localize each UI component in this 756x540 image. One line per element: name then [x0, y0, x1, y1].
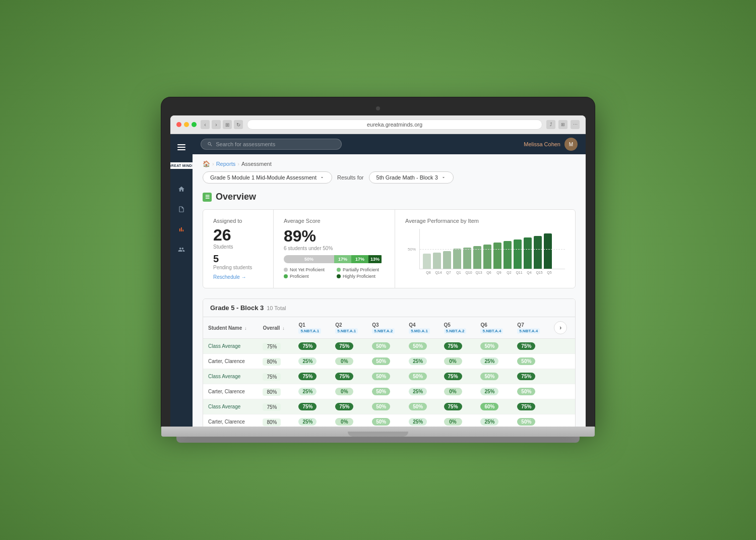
legend-partial: Partially Proficient [337, 267, 385, 272]
legend-dot-3 [337, 274, 341, 278]
maximize-dot[interactable] [192, 122, 197, 127]
sidebar-item-reports[interactable] [173, 201, 190, 217]
cell-score-q1: 25% [293, 384, 330, 399]
cell-score-q4: 25% [404, 354, 438, 369]
cell-score-q6: 50% [475, 339, 512, 354]
class-dropdown[interactable]: 5th Grade Math - Block 3 [369, 171, 454, 184]
cell-score-q2: 75% [330, 369, 367, 384]
overview-title: ☰ Overview [203, 192, 576, 202]
screen-bezel: ‹ › ⊞ ↻ eureka.greatminds.org ⤴ ⊞ ⋯ [161, 97, 595, 427]
cell-score-q5: 0% [439, 384, 476, 399]
table-body: Class Average75%75%75%50%50%75%50%75%Car… [203, 339, 575, 427]
next-questions-btn[interactable]: › [554, 321, 567, 334]
bookmark-button[interactable]: ⊞ [558, 120, 568, 129]
sidebar: GREAT MINDS [170, 134, 193, 427]
cell-score-q2: 0% [330, 384, 367, 399]
cell-score-q7: 50% [512, 384, 549, 399]
search-icon [207, 141, 213, 147]
col-q3: Q3 5.NBT.A.2 [367, 317, 404, 339]
legend-dot-0 [284, 268, 288, 272]
chart-bar-q6 [483, 245, 491, 269]
close-dot[interactable] [176, 122, 181, 127]
table-row[interactable]: Class Average75%75%75%50%50%75%60%75% [203, 399, 575, 414]
col-next[interactable]: › [549, 317, 575, 339]
col-q7: Q7 5.NBT.A.4 [512, 317, 549, 339]
cell-score-q3: 50% [367, 414, 404, 427]
chart-label-q11: Q11 [515, 271, 523, 274]
main-content: Melissa Cohen M 🏠 › Reports › Assessment [193, 134, 586, 427]
sidebar-item-home[interactable] [173, 181, 190, 197]
breadcrumb-home[interactable]: 🏠 [203, 160, 210, 167]
sort-arrow-student: ↓ [244, 326, 247, 331]
share-button[interactable]: ⤴ [546, 120, 555, 129]
cell-score-q1: 75% [293, 399, 330, 414]
reschedule-link[interactable]: Reschedule → [213, 274, 263, 280]
chart-label-q9: Q9 [495, 271, 503, 274]
breadcrumb-assessment: Assessment [241, 161, 272, 167]
table-row[interactable]: Carter, Clarence80%25%0%50%25%0%25%50% [203, 384, 575, 399]
legend-not-proficient: Not Yet Proficient [284, 267, 332, 272]
cell-empty [549, 354, 575, 369]
tab-button[interactable]: ⊞ [223, 120, 232, 129]
menu-button[interactable]: ⋯ [571, 120, 580, 129]
cell-score-q4: 50% [404, 399, 438, 414]
assigned-label: Assigned to [213, 218, 263, 224]
assigned-card: Assigned to 26 Students 5 Pending studen… [203, 210, 274, 288]
url-bar[interactable]: eureka.greatminds.org [247, 119, 542, 130]
cell-score-q7: 75% [512, 339, 549, 354]
forward-button[interactable]: › [212, 120, 221, 129]
assigned-count: 26 [213, 227, 263, 243]
avatar: M [564, 138, 578, 151]
chevron-down-icon [320, 175, 325, 180]
user-profile[interactable]: Melissa Cohen M [524, 138, 578, 151]
chevron-down-icon-2 [441, 175, 446, 180]
cell-score-q3: 50% [367, 384, 404, 399]
score-bar: 50% 17% 17% 13% [284, 255, 385, 263]
filter-row: Grade 5 Module 1 Mid-Module Assessment R… [203, 171, 576, 184]
col-q5: Q5 5.NBT.A.2 [439, 317, 476, 339]
cell-score-q1: 25% [293, 354, 330, 369]
avg-score-value: 89% [284, 227, 385, 246]
results-table: Student Name ↓ Overall ↓ Q1 [203, 317, 575, 427]
pending-label: Pending students [213, 265, 263, 270]
cell-empty [549, 369, 575, 384]
table-row[interactable]: Carter, Clarence80%25%0%50%25%0%25%50% [203, 354, 575, 369]
pending-count: 5 [213, 254, 263, 264]
breadcrumb-reports[interactable]: Reports [216, 161, 236, 167]
standard-q1: 5.NBT.A.1 [298, 328, 321, 334]
cell-score-q1: 25% [293, 414, 330, 427]
chart-bar-q10 [463, 248, 471, 269]
back-button[interactable]: ‹ [201, 120, 210, 129]
sidebar-item-users[interactable] [173, 242, 190, 258]
table-row[interactable]: Carter, Clarence80%25%0%50%25%0%25%50% [203, 414, 575, 427]
search-input[interactable] [216, 141, 335, 147]
chart-card: Average Performance by Item 50% Q8Q14Q7Q… [395, 210, 575, 288]
table-row[interactable]: Class Average75%75%75%50%50%75%50%75% [203, 369, 575, 384]
chart-label-q15: Q15 [535, 271, 543, 274]
cell-overall: 80% [258, 384, 293, 399]
chart-bar-q2 [503, 241, 512, 269]
col-overall[interactable]: Overall ↓ [258, 317, 293, 339]
refresh-button[interactable]: ↻ [234, 120, 243, 129]
hamburger-menu[interactable] [174, 140, 188, 154]
chart-bar-q7 [443, 251, 451, 269]
col-student[interactable]: Student Name ↓ [203, 317, 258, 339]
overview-icon: ☰ [203, 193, 212, 202]
assessment-dropdown[interactable]: Grade 5 Module 1 Mid-Module Assessment [203, 171, 332, 184]
sidebar-item-analytics[interactable] [173, 221, 190, 237]
cell-score-q3: 50% [367, 354, 404, 369]
cell-student-name: Class Average [203, 399, 258, 414]
cell-overall: 80% [258, 414, 293, 427]
chart-label-q8: Q8 [424, 271, 432, 274]
search-box[interactable] [201, 139, 342, 150]
chart-bar-q5 [544, 233, 552, 269]
table-row[interactable]: Class Average75%75%75%50%50%75%50%75% [203, 339, 575, 354]
browser-window: ‹ › ⊞ ↻ eureka.greatminds.org ⤴ ⊞ ⋯ [170, 115, 586, 427]
minimize-dot[interactable] [184, 122, 189, 127]
students-label: Students [213, 244, 263, 250]
chart-bar-q15 [534, 236, 542, 269]
cell-overall: 80% [258, 354, 293, 369]
table-title: Grade 5 - Block 3 [210, 304, 264, 312]
score-segment-2: 17% [351, 255, 368, 263]
cell-score-q3: 50% [367, 399, 404, 414]
